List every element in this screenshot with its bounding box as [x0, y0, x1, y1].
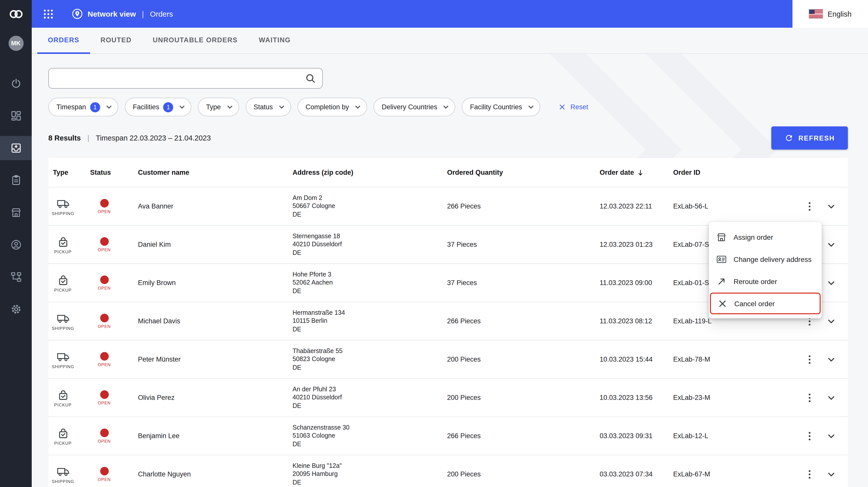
filter-completion-by[interactable]: Completion by: [298, 98, 367, 116]
type-label: PICKUP: [54, 287, 71, 292]
close-icon: [558, 103, 566, 111]
filter-facility-countries[interactable]: Facility Countries: [462, 98, 540, 116]
row-actions: [804, 353, 848, 365]
row-actions: [804, 468, 848, 480]
tab-waiting[interactable]: WAITING: [248, 28, 301, 54]
customer-name: Olivia Perez: [138, 394, 292, 401]
table-row[interactable]: PICKUP OPEN Olivia Perez An der Pfuhl 23…: [48, 379, 848, 417]
filter-type[interactable]: Type: [198, 98, 239, 116]
tab-orders[interactable]: ORDERS: [37, 28, 90, 54]
status-open-dot: [100, 390, 108, 399]
ordered-quantity: 200 Pieces: [447, 470, 600, 478]
reset-filters-button[interactable]: Reset: [555, 102, 591, 112]
menu-item-reroute-order[interactable]: Reroute order: [709, 270, 822, 293]
title-separator: |: [142, 9, 144, 18]
ordered-quantity: 200 Pieces: [447, 394, 600, 401]
row-menu-button[interactable]: [804, 430, 816, 442]
column-order-date-sort[interactable]: Order date: [600, 169, 673, 177]
power-icon: [10, 78, 22, 90]
table-row[interactable]: SHIPPING OPEN Charlotte Nguyen Kleine Bu…: [48, 455, 848, 487]
sidebar-item-settings[interactable]: [0, 303, 32, 315]
contact-card-icon: [716, 254, 727, 265]
account-icon: [10, 239, 22, 251]
row-expand-button[interactable]: [825, 239, 837, 250]
address-cell: Sternengasse 1840210 DüsseldorfDE: [292, 232, 447, 257]
sidebar-item-facilities[interactable]: [0, 207, 32, 219]
row-expand-button[interactable]: [825, 353, 837, 365]
filter-label: Status: [253, 103, 273, 111]
section-title: Network view: [88, 9, 136, 18]
address-cell: Hermanstraße 13410115 BerlinDE: [292, 308, 447, 334]
apps-grid-icon[interactable]: [42, 8, 54, 20]
ordered-quantity: 266 Pieces: [447, 203, 600, 210]
row-menu-button[interactable]: [804, 468, 816, 480]
column-type: Type: [48, 169, 90, 176]
avatar[interactable]: MK: [8, 36, 23, 51]
menu-item-assign-order[interactable]: Assign order: [709, 226, 822, 248]
status-cell: OPEN: [95, 313, 114, 329]
sidebar-item-dashboard[interactable]: [0, 110, 32, 122]
status-label: OPEN: [98, 247, 111, 252]
filter-delivery-countries[interactable]: Delivery Countries: [374, 98, 456, 116]
row-actions: [804, 200, 848, 212]
row-expand-button[interactable]: [825, 200, 837, 212]
sidebar-item-orders[interactable]: [0, 136, 32, 160]
row-menu-button[interactable]: [804, 392, 816, 404]
menu-item-label: Assign order: [734, 233, 773, 241]
tab-unroutable-orders[interactable]: UNROUTABLE ORDERS: [142, 28, 248, 54]
filter-timespan[interactable]: Timespan 1: [48, 98, 118, 116]
order-date: 03.03.2023 07:34: [600, 470, 673, 478]
address-cell: An der Pfuhl 2340210 DüsseldorfDE: [292, 385, 447, 410]
customer-name: Emily Brown: [138, 279, 292, 286]
ordered-quantity: 200 Pieces: [447, 356, 600, 363]
language-label: English: [828, 10, 851, 18]
row-expand-button[interactable]: [825, 315, 837, 327]
filter-count-badge: 1: [90, 102, 100, 112]
menu-item-cancel-order[interactable]: Cancel order: [710, 293, 821, 314]
truck-icon: [56, 197, 70, 210]
status-open-dot: [100, 352, 108, 360]
status-cell: OPEN: [95, 237, 114, 252]
sidebar-item-power[interactable]: [0, 78, 32, 90]
chevron-down-icon: [825, 353, 837, 365]
customer-name: Benjamin Lee: [138, 432, 292, 440]
storefront-icon: [716, 232, 727, 243]
type-label: SHIPPING: [52, 211, 74, 216]
row-expand-button[interactable]: [825, 392, 837, 404]
filter-status[interactable]: Status: [245, 98, 291, 116]
column-ordered-quantity: Ordered Quantity: [447, 169, 600, 176]
order-date: 12.03.2023 01:23: [600, 241, 673, 248]
app-logo-icon[interactable]: [0, 0, 32, 28]
sidebar-item-account[interactable]: [0, 239, 32, 251]
type-cell: PICKUP: [48, 388, 78, 407]
type-label: SHIPPING: [52, 364, 74, 369]
row-menu-button[interactable]: [804, 200, 816, 212]
row-expand-button[interactable]: [825, 430, 837, 442]
tab-routed[interactable]: ROUTED: [90, 28, 142, 54]
sidebar-item-order-list[interactable]: [0, 174, 32, 186]
pickup-bag-icon: [56, 235, 70, 248]
order-id: ExLab-67-M: [673, 470, 804, 478]
column-order-date-label: Order date: [600, 169, 634, 176]
truck-icon: [56, 465, 70, 478]
language-selector[interactable]: English: [793, 0, 868, 28]
order-id: ExLab-78-M: [673, 356, 804, 363]
status-label: OPEN: [98, 324, 111, 329]
filter-facilities[interactable]: Facilities 1: [125, 98, 192, 116]
sidebar-item-network[interactable]: [0, 271, 32, 283]
table-row[interactable]: SHIPPING OPEN Ava Banner Am Dom 250667 C…: [48, 187, 848, 225]
chevron-down-icon: [825, 200, 837, 212]
tab-bar: ORDERS ROUTED UNROUTABLE ORDERS WAITING: [32, 28, 868, 54]
table-row[interactable]: SHIPPING OPEN Peter Münster Thabäerstraß…: [48, 340, 848, 379]
menu-item-change-delivery-address[interactable]: Change delivery address: [709, 248, 822, 270]
order-id: ExLab-119-L: [673, 317, 804, 325]
chevron-down-icon: [441, 102, 451, 112]
table-row[interactable]: PICKUP OPEN Benjamin Lee Schanzenstrasse…: [48, 417, 848, 455]
refresh-button[interactable]: REFRESH: [771, 126, 848, 150]
store-icon: [10, 207, 22, 219]
search-input[interactable]: [48, 68, 323, 89]
row-menu-button[interactable]: [804, 353, 816, 365]
row-expand-button[interactable]: [825, 277, 837, 289]
row-expand-button[interactable]: [825, 468, 837, 480]
search-icon[interactable]: [305, 72, 316, 84]
